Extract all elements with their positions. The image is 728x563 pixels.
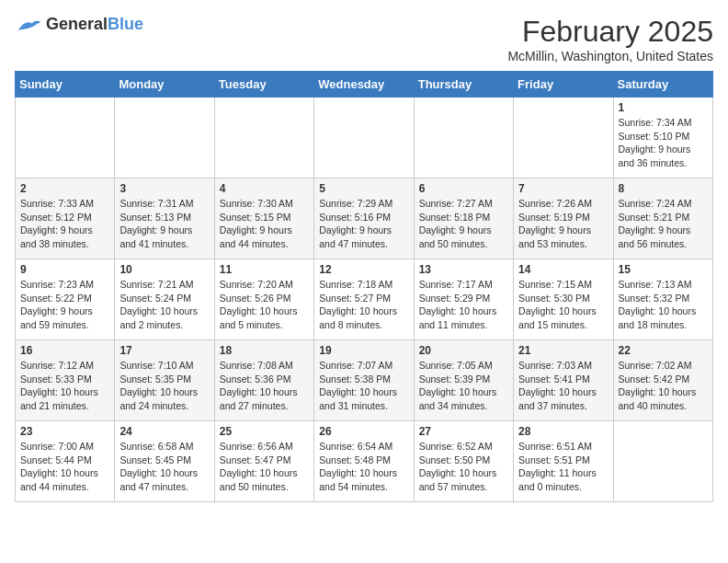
day-info: Sunrise: 7:27 AM Sunset: 5:18 PM Dayligh… (419, 197, 508, 251)
day-number: 5 (319, 182, 408, 195)
calendar-cell (613, 421, 712, 502)
day-info: Sunrise: 7:03 AM Sunset: 5:41 PM Dayligh… (518, 359, 608, 413)
header: GeneralBlue February 2025 McMillin, Wash… (15, 15, 713, 63)
day-number: 24 (119, 425, 209, 438)
day-number: 23 (20, 425, 109, 438)
day-info: Sunrise: 6:58 AM Sunset: 5:45 PM Dayligh… (119, 440, 209, 494)
day-number: 15 (619, 263, 708, 276)
calendar-cell: 11Sunrise: 7:20 AM Sunset: 5:26 PM Dayli… (214, 259, 313, 340)
calendar-cell (414, 98, 513, 178)
calendar-day-header: Friday (514, 72, 613, 98)
day-number: 21 (518, 344, 608, 357)
calendar-body: 1Sunrise: 7:34 AM Sunset: 5:10 PM Daylig… (16, 98, 713, 502)
day-number: 3 (119, 182, 209, 195)
day-number: 13 (419, 263, 508, 276)
logo-bird-icon (15, 16, 42, 34)
day-number: 10 (119, 263, 209, 276)
day-number: 11 (220, 263, 309, 276)
calendar-cell: 14Sunrise: 7:15 AM Sunset: 5:30 PM Dayli… (514, 259, 613, 340)
day-info: Sunrise: 6:51 AM Sunset: 5:51 PM Dayligh… (518, 440, 608, 494)
day-number: 2 (20, 182, 109, 195)
day-info: Sunrise: 7:13 AM Sunset: 5:32 PM Dayligh… (619, 278, 708, 332)
day-info: Sunrise: 7:08 AM Sunset: 5:36 PM Dayligh… (220, 359, 309, 413)
calendar-cell: 2Sunrise: 7:33 AM Sunset: 5:12 PM Daylig… (16, 178, 115, 259)
calendar-cell: 16Sunrise: 7:12 AM Sunset: 5:33 PM Dayli… (16, 340, 115, 421)
day-number: 20 (419, 344, 508, 357)
calendar-title: February 2025 (507, 15, 713, 49)
day-number: 22 (619, 344, 708, 357)
day-info: Sunrise: 7:29 AM Sunset: 5:16 PM Dayligh… (319, 197, 408, 251)
calendar-cell: 22Sunrise: 7:02 AM Sunset: 5:42 PM Dayli… (613, 340, 712, 421)
day-info: Sunrise: 6:52 AM Sunset: 5:50 PM Dayligh… (419, 440, 508, 494)
calendar-week-row: 16Sunrise: 7:12 AM Sunset: 5:33 PM Dayli… (16, 340, 713, 421)
day-number: 25 (220, 425, 309, 438)
day-number: 19 (319, 344, 408, 357)
logo-general: General (46, 15, 108, 33)
logo: GeneralBlue (15, 15, 143, 34)
calendar-day-header: Wednesday (314, 72, 414, 98)
day-number: 6 (419, 182, 508, 195)
calendar-cell (314, 98, 414, 178)
day-number: 4 (220, 182, 309, 195)
day-number: 26 (319, 425, 408, 438)
day-info: Sunrise: 7:00 AM Sunset: 5:44 PM Dayligh… (20, 440, 109, 494)
calendar-cell: 5Sunrise: 7:29 AM Sunset: 5:16 PM Daylig… (314, 178, 414, 259)
calendar-cell: 23Sunrise: 7:00 AM Sunset: 5:44 PM Dayli… (16, 421, 115, 502)
calendar-header-row: SundayMondayTuesdayWednesdayThursdayFrid… (16, 72, 713, 98)
day-info: Sunrise: 7:10 AM Sunset: 5:35 PM Dayligh… (119, 359, 209, 413)
calendar-week-row: 1Sunrise: 7:34 AM Sunset: 5:10 PM Daylig… (16, 98, 713, 178)
day-info: Sunrise: 6:54 AM Sunset: 5:48 PM Dayligh… (319, 440, 408, 494)
day-info: Sunrise: 7:15 AM Sunset: 5:30 PM Dayligh… (518, 278, 608, 332)
day-info: Sunrise: 7:20 AM Sunset: 5:26 PM Dayligh… (220, 278, 309, 332)
calendar-cell: 9Sunrise: 7:23 AM Sunset: 5:22 PM Daylig… (16, 259, 115, 340)
day-info: Sunrise: 7:33 AM Sunset: 5:12 PM Dayligh… (20, 197, 109, 251)
day-info: Sunrise: 6:56 AM Sunset: 5:47 PM Dayligh… (220, 440, 309, 494)
calendar-week-row: 2Sunrise: 7:33 AM Sunset: 5:12 PM Daylig… (16, 178, 713, 259)
calendar-day-header: Monday (115, 72, 214, 98)
calendar-cell: 13Sunrise: 7:17 AM Sunset: 5:29 PM Dayli… (414, 259, 513, 340)
calendar-cell: 21Sunrise: 7:03 AM Sunset: 5:41 PM Dayli… (514, 340, 613, 421)
calendar-table: SundayMondayTuesdayWednesdayThursdayFrid… (15, 71, 713, 502)
day-info: Sunrise: 7:30 AM Sunset: 5:15 PM Dayligh… (220, 197, 309, 251)
day-number: 9 (20, 263, 109, 276)
day-number: 7 (518, 182, 608, 195)
calendar-cell: 25Sunrise: 6:56 AM Sunset: 5:47 PM Dayli… (214, 421, 313, 502)
calendar-cell: 1Sunrise: 7:34 AM Sunset: 5:10 PM Daylig… (613, 98, 712, 178)
day-info: Sunrise: 7:21 AM Sunset: 5:24 PM Dayligh… (119, 278, 209, 332)
calendar-cell: 7Sunrise: 7:26 AM Sunset: 5:19 PM Daylig… (514, 178, 613, 259)
calendar-cell: 17Sunrise: 7:10 AM Sunset: 5:35 PM Dayli… (115, 340, 214, 421)
day-number: 17 (119, 344, 209, 357)
day-number: 12 (319, 263, 408, 276)
day-info: Sunrise: 7:26 AM Sunset: 5:19 PM Dayligh… (518, 197, 608, 251)
calendar-cell (115, 98, 214, 178)
day-info: Sunrise: 7:31 AM Sunset: 5:13 PM Dayligh… (119, 197, 209, 251)
day-info: Sunrise: 7:23 AM Sunset: 5:22 PM Dayligh… (20, 278, 109, 332)
calendar-cell: 19Sunrise: 7:07 AM Sunset: 5:38 PM Dayli… (314, 340, 414, 421)
calendar-cell: 6Sunrise: 7:27 AM Sunset: 5:18 PM Daylig… (414, 178, 513, 259)
calendar-day-header: Saturday (613, 72, 712, 98)
day-info: Sunrise: 7:05 AM Sunset: 5:39 PM Dayligh… (419, 359, 508, 413)
calendar-day-header: Sunday (16, 72, 115, 98)
calendar-cell: 8Sunrise: 7:24 AM Sunset: 5:21 PM Daylig… (613, 178, 712, 259)
title-area: February 2025 McMillin, Washington, Unit… (507, 15, 713, 63)
calendar-cell: 28Sunrise: 6:51 AM Sunset: 5:51 PM Dayli… (514, 421, 613, 502)
day-info: Sunrise: 7:18 AM Sunset: 5:27 PM Dayligh… (319, 278, 408, 332)
calendar-cell: 18Sunrise: 7:08 AM Sunset: 5:36 PM Dayli… (214, 340, 313, 421)
calendar-cell: 3Sunrise: 7:31 AM Sunset: 5:13 PM Daylig… (115, 178, 214, 259)
calendar-cell (214, 98, 313, 178)
day-info: Sunrise: 7:07 AM Sunset: 5:38 PM Dayligh… (319, 359, 408, 413)
calendar-cell: 27Sunrise: 6:52 AM Sunset: 5:50 PM Dayli… (414, 421, 513, 502)
calendar-cell: 20Sunrise: 7:05 AM Sunset: 5:39 PM Dayli… (414, 340, 513, 421)
calendar-cell (514, 98, 613, 178)
calendar-cell: 26Sunrise: 6:54 AM Sunset: 5:48 PM Dayli… (314, 421, 414, 502)
day-number: 16 (20, 344, 109, 357)
day-info: Sunrise: 7:12 AM Sunset: 5:33 PM Dayligh… (20, 359, 109, 413)
calendar-week-row: 9Sunrise: 7:23 AM Sunset: 5:22 PM Daylig… (16, 259, 713, 340)
day-info: Sunrise: 7:34 AM Sunset: 5:10 PM Dayligh… (619, 116, 708, 170)
calendar-day-header: Tuesday (214, 72, 313, 98)
day-number: 1 (619, 101, 708, 114)
day-info: Sunrise: 7:17 AM Sunset: 5:29 PM Dayligh… (419, 278, 508, 332)
calendar-week-row: 23Sunrise: 7:00 AM Sunset: 5:44 PM Dayli… (16, 421, 713, 502)
calendar-cell: 4Sunrise: 7:30 AM Sunset: 5:15 PM Daylig… (214, 178, 313, 259)
day-number: 14 (518, 263, 608, 276)
